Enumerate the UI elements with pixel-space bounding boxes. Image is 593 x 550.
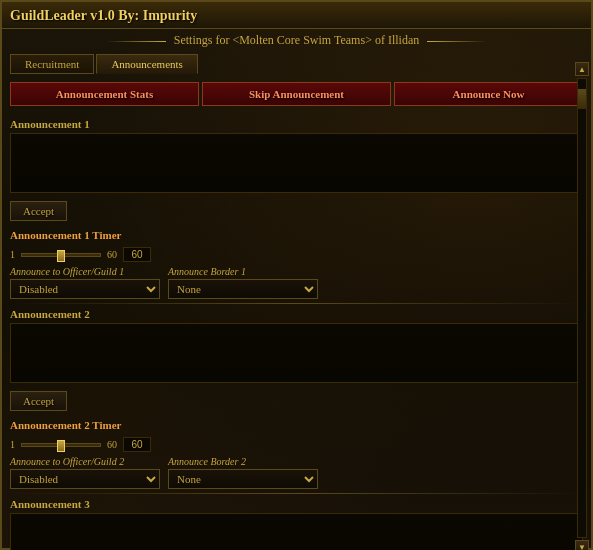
action-buttons-row: Announcement Stats Skip Announcement Ann… xyxy=(2,78,591,110)
timer-1-label: Announcement 1 Timer xyxy=(10,229,130,241)
border-1-select[interactable]: None Blue Red Green Gold xyxy=(168,279,318,299)
dropdowns-2-row: Announce to Officer/Guild 2 Disabled Off… xyxy=(10,456,583,489)
main-content-area: Announcement 1 Accept Announcement 1 Tim… xyxy=(2,114,591,550)
dropdowns-1-row: Announce to Officer/Guild 1 Disabled Off… xyxy=(10,266,583,299)
announcement-3-textarea[interactable] xyxy=(10,513,583,550)
window-title: GuildLeader v1.0 By: Impurity xyxy=(10,8,197,23)
skip-announcement-button[interactable]: Skip Announcement xyxy=(202,82,391,106)
officer-1-label: Announce to Officer/Guild 1 xyxy=(10,266,160,277)
border-2-group: Announce Border 2 None Blue Red Green Go… xyxy=(168,456,318,489)
tabs-container: Recruitment Announcements xyxy=(2,54,591,74)
border-2-label: Announce Border 2 xyxy=(168,456,318,467)
timer-2-min: 1 xyxy=(10,439,15,450)
officer-2-select[interactable]: Disabled Officer Guild Both xyxy=(10,469,160,489)
announcement-2-section: Announcement 2 Accept Announcement 2 Tim… xyxy=(10,308,583,489)
settings-header: Settings for <Molten Core Swim Teams> of… xyxy=(2,29,591,54)
timer-2-thumb xyxy=(57,440,65,452)
right-scrollbar: ▲ ▼ xyxy=(575,62,589,550)
officer-1-group: Announce to Officer/Guild 1 Disabled Off… xyxy=(10,266,160,299)
divider-2 xyxy=(10,493,583,494)
timer-2-slider-track xyxy=(21,443,101,447)
border-1-group: Announce Border 1 None Blue Red Green Go… xyxy=(168,266,318,299)
announcement-3-section: Announcement 3 Accept xyxy=(10,498,583,550)
timer-1-slider-track xyxy=(21,253,101,257)
timer-1-max: 60 xyxy=(107,249,117,260)
timer-1-thumb xyxy=(57,250,65,262)
announce-now-button[interactable]: Announce Now xyxy=(394,82,583,106)
announcement-2-textarea[interactable] xyxy=(10,323,583,383)
timer-2-max: 60 xyxy=(107,439,117,450)
announcement-3-label: Announcement 3 xyxy=(10,498,583,510)
scroll-down-button[interactable]: ▼ xyxy=(575,540,589,550)
announcement-1-section: Announcement 1 Accept Announcement 1 Tim… xyxy=(10,118,583,299)
timer-2-row: Announcement 2 Timer xyxy=(10,419,583,431)
accept-2-button[interactable]: Accept xyxy=(10,391,67,411)
timer-1-value[interactable] xyxy=(123,247,151,262)
officer-2-group: Announce to Officer/Guild 2 Disabled Off… xyxy=(10,456,160,489)
timer-2-label: Announcement 2 Timer xyxy=(10,419,130,431)
officer-1-select[interactable]: Disabled Officer Guild Both xyxy=(10,279,160,299)
divider-1 xyxy=(10,303,583,304)
announcement-1-textarea[interactable] xyxy=(10,133,583,193)
tab-announcements[interactable]: Announcements xyxy=(96,54,197,74)
border-2-select[interactable]: None Blue Red Green Gold xyxy=(168,469,318,489)
timer-1-row: Announcement 1 Timer xyxy=(10,229,583,241)
accept-1-button[interactable]: Accept xyxy=(10,201,67,221)
border-1-label: Announce Border 1 xyxy=(168,266,318,277)
main-window: GuildLeader v1.0 By: Impurity Settings f… xyxy=(0,0,593,550)
announcement-2-label: Announcement 2 xyxy=(10,308,583,320)
scroll-track xyxy=(577,78,587,538)
scroll-thumb[interactable] xyxy=(578,89,586,109)
title-bar: GuildLeader v1.0 By: Impurity xyxy=(2,2,591,29)
officer-2-label: Announce to Officer/Guild 2 xyxy=(10,456,160,467)
timer-1-min: 1 xyxy=(10,249,15,260)
scroll-up-button[interactable]: ▲ xyxy=(575,62,589,76)
announcement-stats-button[interactable]: Announcement Stats xyxy=(10,82,199,106)
tab-recruitment[interactable]: Recruitment xyxy=(10,54,94,74)
announcement-1-label: Announcement 1 xyxy=(10,118,583,130)
timer-2-value[interactable] xyxy=(123,437,151,452)
